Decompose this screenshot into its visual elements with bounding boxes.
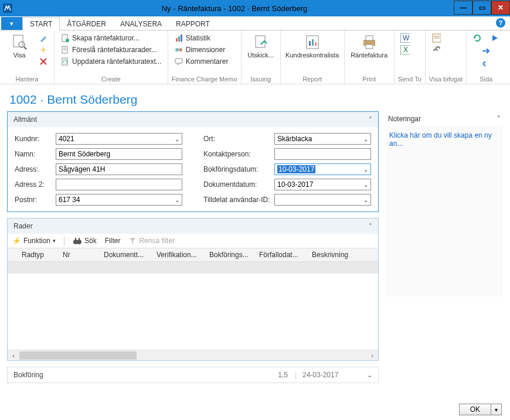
nav-prev-button[interactable] [479,59,493,69]
col-dokument[interactable]: Dokumentt... [100,248,153,261]
ribbon-group-hantera: Visa Hantera [0,30,55,84]
chart-icon [174,33,183,43]
nav-next-button[interactable] [479,46,493,56]
scroll-track[interactable] [19,351,366,360]
bokforing-title: Bokföring [13,371,43,379]
kundreskontra-label: Kundreskontralista [285,52,339,59]
clear-filter-icon [128,237,137,245]
bokforingsdatum-field[interactable]: 10-03-2017⌄ [274,163,371,175]
link-icon [431,45,441,54]
filter-button[interactable]: Filter [105,237,121,245]
fasttab-rader-header[interactable]: Rader ˄ [8,218,378,234]
visa-button[interactable]: Visa [4,33,35,74]
group-label-issuing: Issuing [245,74,277,84]
ort-field[interactable]: Skärblacka⌄ [274,133,371,145]
ok-button[interactable]: OK [459,404,491,415]
ribbon-group-sendto: W X Send To [395,30,426,84]
namn-field[interactable]: Bernt Söderberg [56,148,182,160]
svg-rect-17 [175,59,182,63]
postnr-field[interactable]: 617 34⌄ [56,194,182,206]
uppdatera-text-button[interactable]: Uppdatera räntefakturatext... [58,56,164,67]
ribbon-group-create: Skapa räntefakturor... Föreslå räntefakt… [55,30,168,84]
kommentarer-button[interactable]: Kommentarer [172,56,231,67]
statistik-button[interactable]: Statistik [172,33,231,43]
new-button[interactable] [36,45,50,55]
notes-icon [431,33,441,43]
adress-field[interactable]: Sågvägen 41H [56,163,182,175]
col-forfallo[interactable]: Förfallodat... [256,248,308,261]
refresh-button[interactable] [470,33,484,43]
close-button[interactable]: ✕ [491,1,510,15]
refresh-icon [472,33,482,43]
help-icon[interactable]: ? [496,18,505,28]
maximize-button[interactable]: ▭ [472,1,491,15]
fasttab-allmant-header[interactable]: Allmänt ˄ [8,112,378,127]
kundreskontra-button[interactable]: Kundreskontralista [284,33,341,74]
col-bokforings[interactable]: Bokförings... [206,248,256,261]
fasttab-bokforing[interactable]: Bokföring 1,5 | 24-03-2017 ⌄ [7,367,379,383]
group-label-create: Create [58,74,164,84]
dimensioner-button[interactable]: Dimensioner [172,45,231,55]
tab-atgarder[interactable]: ÅTGÄRDER [60,18,113,30]
sendto-word-button[interactable]: W [398,33,412,43]
chevron-down-icon: ⌄ [367,371,372,379]
sok-button[interactable]: Sök [73,237,97,245]
links-button[interactable] [429,45,443,55]
edit-button[interactable] [36,33,50,43]
doc-lines-icon [60,45,70,54]
svg-rect-24 [366,36,373,40]
issue-doc-icon [251,34,270,50]
skapa-rantefakturor-button[interactable]: Skapa räntefakturor... [58,33,164,43]
collapse-icon: ˄ [369,223,372,230]
chevron-down-icon: ▾ [53,238,56,244]
kontakt-field[interactable] [274,148,371,160]
dokumentdatum-field[interactable]: 10-03-2017⌄ [274,179,371,190]
minimize-button[interactable]: — [454,1,472,15]
scroll-right-button[interactable]: › [366,352,378,359]
rensa-filter-button[interactable]: Rensa filter [128,237,175,245]
ok-dropdown[interactable]: ▾ [491,404,502,415]
svg-point-7 [66,39,69,42]
group-label-sendto: Send To [398,74,421,84]
notes-header[interactable]: Noteringar ˄ [386,111,503,127]
file-tab[interactable]: ▾ [1,17,22,30]
scroll-left-button[interactable]: ‹ [8,352,19,359]
col-verifikation[interactable]: Verifikation... [153,248,206,261]
svg-text:W: W [403,34,410,42]
sendto-excel-button[interactable]: X [398,45,412,55]
rantefaktura-print-button[interactable]: Räntefaktura [348,33,390,74]
group-label-print: Print [348,74,390,84]
tab-analysera[interactable]: ANALYSERA [113,18,169,30]
notes-body: Klicka här om du vill skapa en ny an... [386,127,503,296]
grid-body[interactable] [8,262,378,350]
col-radtyp[interactable]: Radtyp [18,248,59,261]
page-heading: 1002 · Bernt Söderberg [0,84,510,111]
svg-rect-35 [75,238,76,240]
adress2-field[interactable] [56,179,182,190]
scroll-thumb[interactable] [19,351,137,360]
tab-start[interactable]: START [22,17,60,30]
svg-point-16 [179,48,182,52]
notes-button[interactable] [429,33,443,43]
svg-rect-20 [309,41,311,46]
horizontal-scrollbar[interactable]: ‹ › [8,350,378,360]
group-label-memo: Finance Charge Memo [172,74,237,84]
svg-point-15 [175,48,179,52]
col-nr[interactable]: Nr [59,248,100,261]
funktion-menu[interactable]: ⚡ Funktion ▾ [12,237,56,245]
col-beskrivning[interactable]: Beskrivning [308,248,378,261]
foresla-rader-button[interactable]: Föreslå räntefakturarader... [58,45,164,55]
grid-header: Radtyp Nr Dokumentt... Verifikation... B… [8,248,378,262]
create-note-link[interactable]: Klicka här om du vill skapa en ny an... [389,131,492,148]
empty-row[interactable] [8,262,378,274]
utskick-button[interactable]: Utskick... [245,33,277,74]
svg-rect-36 [79,238,80,240]
tilldelat-field[interactable]: ⌄ [274,194,371,206]
kundnr-field[interactable]: 4021⌄ [56,133,182,145]
doc-plus-icon [60,33,70,43]
svg-rect-21 [312,39,314,46]
next-button[interactable] [488,33,502,43]
ribbon-group-print: Räntefaktura Print [345,30,395,84]
delete-button[interactable] [36,56,50,67]
tab-rapport[interactable]: RAPPORT [169,18,217,30]
